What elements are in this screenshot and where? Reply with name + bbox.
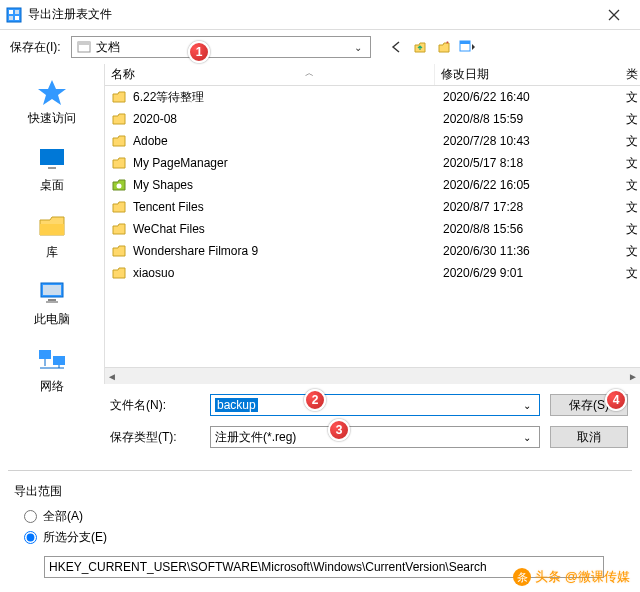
svg-rect-20 (39, 350, 51, 359)
filetype-combo[interactable]: 注册文件(*.reg) ⌄ (210, 426, 540, 448)
sidebar-label: 此电脑 (34, 311, 70, 328)
file-list[interactable]: 6.22等待整理2020/6/22 16:40文2020-082020/8/8 … (105, 86, 640, 367)
file-type: 文 (626, 89, 640, 106)
filename-label: 文件名(N): (110, 397, 200, 414)
sidebar-label: 快速访问 (28, 110, 76, 127)
file-name: My PageManager (133, 156, 443, 170)
main-area: 快速访问 桌面 库 此电脑 网络 ︿ 名称 修改日期 类 6.22等待整理202… (0, 64, 640, 384)
radio-all[interactable]: 全部(A) (24, 508, 626, 525)
file-row[interactable]: 6.22等待整理2020/6/22 16:40文 (105, 86, 640, 108)
view-menu-icon[interactable] (459, 38, 477, 56)
network-icon (36, 344, 68, 376)
svg-rect-8 (78, 42, 90, 45)
close-button[interactable] (594, 1, 634, 29)
file-row[interactable]: Tencent Files2020/8/7 17:28文 (105, 196, 640, 218)
sidebar-label: 库 (46, 244, 58, 261)
file-type: 文 (626, 221, 640, 238)
title-bar: 导出注册表文件 (0, 0, 640, 30)
file-date: 2020/6/30 11:36 (443, 244, 626, 258)
file-name: Tencent Files (133, 200, 443, 214)
filetype-value: 注册文件(*.reg) (215, 429, 519, 446)
sidebar-label: 桌面 (40, 177, 64, 194)
location-toolbar: 保存在(I): 文档 ⌄ * (0, 30, 640, 64)
chevron-down-icon: ⌄ (350, 42, 366, 53)
scroll-left-icon[interactable]: ◄ (107, 371, 117, 382)
sidebar-item-desktop[interactable]: 桌面 (0, 137, 104, 200)
file-date: 2020/8/8 15:59 (443, 112, 626, 126)
sidebar-item-thispc[interactable]: 此电脑 (0, 271, 104, 334)
up-folder-icon[interactable] (411, 38, 429, 56)
sidebar-label: 网络 (40, 378, 64, 395)
folder-icon (111, 265, 127, 281)
file-date: 2020/6/22 16:05 (443, 178, 626, 192)
file-type: 文 (626, 155, 640, 172)
registry-icon (6, 7, 22, 23)
scroll-right-icon[interactable]: ► (628, 371, 638, 382)
svg-rect-14 (48, 167, 56, 169)
watermark: 条 头条 @微课传媒 (513, 568, 630, 586)
save-in-label: 保存在(I): (10, 39, 61, 56)
file-name: Wondershare Filmora 9 (133, 244, 443, 258)
folder-icon (111, 155, 127, 171)
file-row[interactable]: 2020-082020/8/8 15:59文 (105, 108, 640, 130)
svg-rect-2 (15, 10, 19, 14)
svg-rect-15 (40, 224, 64, 235)
file-row[interactable]: Adobe2020/7/28 10:43文 (105, 130, 640, 152)
location-combo[interactable]: 文档 ⌄ (71, 36, 371, 58)
sidebar-item-libraries[interactable]: 库 (0, 204, 104, 267)
column-type[interactable]: 类 (622, 66, 640, 83)
svg-rect-17 (43, 285, 61, 295)
folder-icon (111, 243, 127, 259)
badge-3: 3 (328, 419, 350, 441)
star-icon (36, 76, 68, 108)
file-name: 2020-08 (133, 112, 443, 126)
radio-branch[interactable]: 所选分支(E) (24, 529, 626, 546)
svg-rect-11 (460, 41, 470, 44)
radio-all-input[interactable] (24, 510, 37, 523)
file-row[interactable]: WeChat Files2020/8/8 15:56文 (105, 218, 640, 240)
watermark-text: 头条 @微课传媒 (535, 568, 630, 586)
file-row[interactable]: My Shapes2020/6/22 16:05文 (105, 174, 640, 196)
cancel-button[interactable]: 取消 (550, 426, 628, 448)
file-type: 文 (626, 243, 640, 260)
folder-icon (111, 89, 127, 105)
svg-rect-3 (9, 16, 13, 20)
chevron-down-icon[interactable]: ⌄ (519, 432, 535, 443)
svg-marker-12 (38, 80, 66, 105)
file-header[interactable]: ︿ 名称 修改日期 类 (105, 64, 640, 86)
chevron-down-icon[interactable]: ⌄ (519, 400, 535, 411)
file-type: 文 (626, 111, 640, 128)
folder-icon (111, 133, 127, 149)
documents-icon (76, 39, 92, 55)
svg-rect-21 (53, 356, 65, 365)
sidebar-item-network[interactable]: 网络 (0, 338, 104, 401)
watermark-icon: 条 (513, 568, 531, 586)
file-date: 2020/5/17 8:18 (443, 156, 626, 170)
column-name[interactable]: 名称 (105, 64, 435, 85)
back-icon[interactable] (387, 38, 405, 56)
sidebar-item-quickaccess[interactable]: 快速访问 (0, 70, 104, 133)
file-type: 文 (626, 199, 640, 216)
radio-branch-label: 所选分支(E) (43, 529, 107, 546)
column-date[interactable]: 修改日期 (435, 66, 622, 83)
folder-icon (111, 111, 127, 127)
horizontal-scrollbar[interactable]: ◄ ► (105, 367, 640, 384)
desktop-icon (36, 143, 68, 175)
svg-rect-13 (40, 149, 64, 165)
file-type: 文 (626, 265, 640, 282)
window-title: 导出注册表文件 (28, 6, 594, 23)
radio-all-label: 全部(A) (43, 508, 83, 525)
svg-rect-1 (9, 10, 13, 14)
filename-input[interactable]: backup ⌄ (210, 394, 540, 416)
file-row[interactable]: xiaosuo2020/6/29 9:01文 (105, 262, 640, 284)
file-date: 2020/8/7 17:28 (443, 200, 626, 214)
radio-branch-input[interactable] (24, 531, 37, 544)
svg-point-25 (117, 184, 122, 189)
filetype-label: 保存类型(T): (110, 429, 200, 446)
file-row[interactable]: My PageManager2020/5/17 8:18文 (105, 152, 640, 174)
badge-4: 4 (605, 389, 627, 411)
file-row[interactable]: Wondershare Filmora 92020/6/30 11:36文 (105, 240, 640, 262)
new-folder-icon[interactable]: * (435, 38, 453, 56)
svg-rect-19 (46, 301, 58, 303)
libraries-icon (36, 210, 68, 242)
